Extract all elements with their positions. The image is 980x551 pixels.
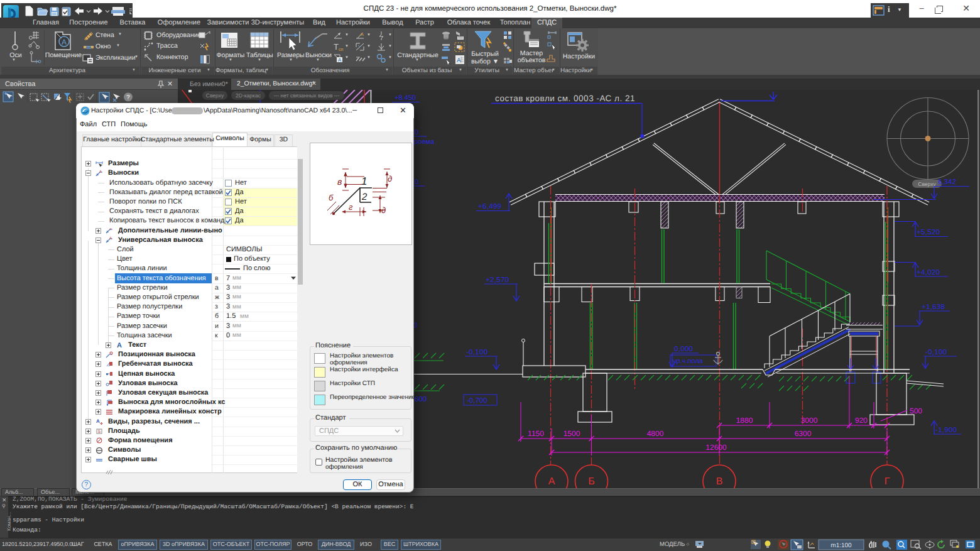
svg-text:4800: 4800 [647, 429, 664, 438]
svg-text:+: + [109, 227, 112, 232]
svg-text:5: 5 [98, 430, 101, 434]
svg-text:6300: 6300 [795, 429, 812, 438]
svg-text:г: г [349, 202, 353, 212]
svg-text:-1,900: -1,900 [935, 427, 957, 434]
svg-text:б: б [329, 193, 334, 202]
svg-text:0: 0 [415, 129, 418, 136]
svg-text:-0,700: -0,700 [467, 397, 487, 405]
svg-text:1500: 1500 [564, 429, 580, 438]
svg-text:A: A [117, 342, 122, 349]
svg-text:12600: 12600 [705, 443, 727, 452]
svg-text:Сверху: Сверху [206, 92, 224, 99]
svg-text:0,000: 0,000 [674, 346, 693, 353]
svg-text:Г: Г [885, 476, 890, 487]
svg-text:A: A [99, 170, 102, 174]
svg-text:+8.450: +8.450 [395, 94, 416, 102]
svg-text:роема: роема [414, 138, 435, 146]
svg-text:6,342: 6,342 [938, 178, 956, 186]
svg-text:1880: 1880 [736, 416, 753, 425]
svg-text:1: 1 [361, 175, 367, 187]
svg-text:A: A [109, 236, 112, 241]
svg-text:состав кровли см. 0003 -АС л.: состав кровли см. 0003 -АС л. 21 [495, 94, 635, 103]
svg-text:+6,499: +6,499 [478, 203, 501, 210]
svg-text:-0,100: -0,100 [925, 349, 947, 356]
svg-text:+1,638: +1,638 [922, 303, 945, 311]
svg-text:Б: Б [588, 476, 595, 487]
svg-text:--- нет связанных видов ---: --- нет связанных видов --- [274, 92, 340, 99]
svg-text:ур.ч.пола: ур.ч.пола [673, 357, 704, 365]
svg-text:A: A [96, 418, 100, 424]
svg-text:в: в [337, 177, 342, 187]
svg-text:д: д [381, 205, 386, 215]
svg-text:-0,100: -0,100 [466, 349, 487, 356]
svg-text:2D-каркас: 2D-каркас [236, 92, 261, 99]
svg-text:500: 500 [910, 406, 922, 415]
svg-text:д: д [388, 174, 392, 183]
svg-text:А: А [548, 476, 555, 487]
svg-text:В: В [716, 476, 723, 487]
svg-text:600: 600 [415, 396, 427, 403]
svg-text:+2,570: +2,570 [486, 276, 509, 284]
svg-text:0: 0 [415, 178, 418, 186]
svg-text:Сверху: Сверху [918, 181, 936, 187]
svg-text:3000: 3000 [801, 416, 818, 425]
svg-text:920: 920 [855, 416, 868, 425]
svg-text:+5,520: +5,520 [917, 229, 940, 236]
svg-text:1150: 1150 [528, 429, 544, 438]
svg-text:+4,020: +4,020 [917, 269, 940, 276]
svg-text:2: 2 [361, 192, 368, 202]
